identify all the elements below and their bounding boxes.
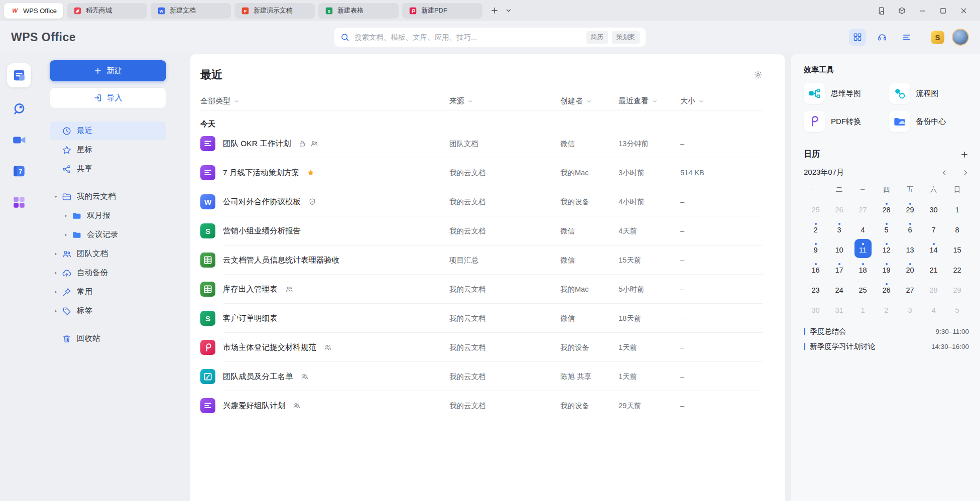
settings-gear-icon[interactable] xyxy=(754,70,763,79)
tab-item[interactable]: W新建文档 xyxy=(151,3,231,19)
calendar-day[interactable]: 2 xyxy=(804,218,827,238)
caret-down-icon[interactable] xyxy=(53,194,59,200)
new-document-button[interactable]: 新建 xyxy=(50,60,166,81)
file-row[interactable]: W公司对外合作协议模板我的云文档我的设备4小时前– xyxy=(200,187,763,216)
sidebar-tree-item[interactable]: 双月报 xyxy=(50,206,166,225)
calendar-day[interactable]: 29 xyxy=(945,279,969,299)
sidebar-item[interactable]: 最近 xyxy=(50,121,166,140)
calendar-day[interactable]: 6 xyxy=(898,218,922,238)
avatar[interactable] xyxy=(952,29,969,46)
tab-item[interactable]: 新建PDF xyxy=(402,3,482,19)
caret-right-icon[interactable] xyxy=(53,308,59,314)
new-tab-button[interactable] xyxy=(487,4,502,18)
calendar-day[interactable]: 28 xyxy=(922,279,945,299)
tool-mindmap[interactable]: 思维导图 xyxy=(804,83,884,104)
main-menu-button[interactable] xyxy=(898,29,915,46)
tab-item[interactable]: S新建表格 xyxy=(318,3,399,19)
calendar-day[interactable]: 31 xyxy=(827,299,851,319)
caret-right-icon[interactable] xyxy=(63,232,69,238)
file-row[interactable]: 云文档管人员信息统计表理器验收项目汇总微信15天前– xyxy=(200,245,763,275)
import-button[interactable]: 导入 xyxy=(50,87,166,108)
calendar-day[interactable]: 19 xyxy=(875,259,898,279)
filter-creator[interactable]: 创建者 xyxy=(560,96,619,106)
calendar-day[interactable]: 18 xyxy=(851,259,875,279)
calendar-day[interactable]: 13 xyxy=(898,238,922,259)
rail-item-docs[interactable] xyxy=(7,63,31,87)
rail-item-meeting[interactable] xyxy=(12,133,27,150)
calendar-day[interactable]: 3 xyxy=(827,218,851,238)
calendar-day[interactable]: 27 xyxy=(898,279,922,299)
maximize-button[interactable] xyxy=(939,7,947,15)
calendar-day[interactable]: 10 xyxy=(827,238,851,259)
calendar-day[interactable]: 8 xyxy=(945,218,969,238)
sidebar-tree-item[interactable]: 团队文档 xyxy=(50,244,166,263)
calendar-day[interactable]: 20 xyxy=(898,259,922,279)
calendar-day[interactable]: 30 xyxy=(922,198,945,218)
calendar-day[interactable]: 1 xyxy=(851,299,875,319)
sidebar-tree-item[interactable]: 自动备份 xyxy=(50,264,166,282)
add-event-button[interactable] xyxy=(960,150,969,159)
calendar-day[interactable]: 23 xyxy=(804,279,827,299)
calendar-day[interactable]: 15 xyxy=(945,238,969,259)
file-row[interactable]: 兴趣爱好组队计划我的云文档我的设备29天前– xyxy=(200,391,763,420)
event-item[interactable]: 新季度学习计划讨论14:30–16:00 xyxy=(804,339,969,354)
calendar-day[interactable]: 5 xyxy=(875,218,898,238)
caret-right-icon[interactable] xyxy=(53,289,59,295)
close-button[interactable] xyxy=(959,7,968,15)
calendar-day[interactable]: 30 xyxy=(804,299,827,319)
file-row[interactable]: 市场主体登记提交材料规范我的云文档我的设备1天前– xyxy=(200,333,763,362)
search-bar[interactable]: 简历策划案 xyxy=(334,28,646,47)
sidebar-tree-item[interactable]: 我的云文档 xyxy=(50,187,166,206)
calendar-day[interactable]: 4 xyxy=(851,218,875,238)
calendar-day[interactable]: 14 xyxy=(922,238,945,259)
calendar-day[interactable]: 29 xyxy=(898,198,922,218)
tool-flowchart[interactable]: 流程图 xyxy=(889,83,969,104)
calendar-day[interactable]: 3 xyxy=(898,299,922,319)
support-button[interactable] xyxy=(874,29,891,46)
calendar-day[interactable]: 26 xyxy=(827,198,851,218)
calendar-day[interactable]: 12 xyxy=(875,238,898,259)
tab-item[interactable]: 稻壳商城 xyxy=(67,3,147,19)
file-row[interactable]: 库存出入管理表我的云文档我的Mac5小时前– xyxy=(200,275,763,304)
tab-item[interactable]: WWPS Office xyxy=(4,3,63,19)
device-button[interactable] xyxy=(877,7,886,15)
sidebar-item[interactable]: 共享 xyxy=(50,160,166,178)
file-row[interactable]: 团队 OKR 工作计划团队文档微信13分钟前– xyxy=(200,129,763,158)
cube-button[interactable] xyxy=(898,7,906,15)
file-row[interactable]: 7 月线下活动策划方案我的云文档我的Mac3小时前514 KB xyxy=(200,158,763,187)
sidebar-item-trash[interactable]: 回收站 xyxy=(50,329,166,348)
caret-right-icon[interactable] xyxy=(53,251,59,257)
calendar-day[interactable]: 5 xyxy=(945,299,969,319)
calendar-day[interactable]: 22 xyxy=(945,259,969,279)
search-tag[interactable]: 策划案 xyxy=(612,31,640,44)
calendar-day[interactable]: 17 xyxy=(827,259,851,279)
calendar-day[interactable]: 11 xyxy=(851,238,875,259)
rail-item-calendar[interactable]: 7 xyxy=(12,164,27,181)
file-row[interactable]: S营销小组业绩分析报告我的云文档微信4天前– xyxy=(200,216,763,245)
calendar-day[interactable]: 21 xyxy=(922,259,945,279)
next-month-button[interactable] xyxy=(962,169,969,176)
calendar-day[interactable]: 24 xyxy=(827,279,851,299)
sidebar-tree-item[interactable]: 常用 xyxy=(50,283,166,301)
event-item[interactable]: 季度总结会9:30–11:00 xyxy=(804,324,969,339)
search-input[interactable] xyxy=(354,33,581,41)
calendar-day[interactable]: 28 xyxy=(875,198,898,218)
tab-list-dropdown[interactable] xyxy=(502,4,516,18)
tool-pdf-convert[interactable]: PDF转换 xyxy=(804,111,884,132)
rail-item-chat[interactable] xyxy=(12,101,27,118)
filter-viewed[interactable]: 最近查看 xyxy=(619,96,680,106)
file-row[interactable]: S客户订单明细表我的云文档微信18天前– xyxy=(200,304,763,333)
calendar-day[interactable]: 1 xyxy=(945,198,969,218)
caret-right-icon[interactable] xyxy=(63,213,69,219)
filter-size[interactable]: 大小 xyxy=(680,96,763,106)
search-tag[interactable]: 简历 xyxy=(586,31,608,44)
tool-backup[interactable]: 备份中心 xyxy=(889,111,969,132)
filter-type[interactable]: 全部类型 xyxy=(200,96,449,106)
apps-grid-button[interactable] xyxy=(849,29,866,46)
sidebar-item[interactable]: 星标 xyxy=(50,141,166,159)
file-row[interactable]: 团队成员及分工名单我的云文档陈旭 共享1天前– xyxy=(200,362,763,391)
rail-item-apps[interactable] xyxy=(12,195,27,212)
prev-month-button[interactable] xyxy=(941,169,948,176)
filter-source[interactable]: 来源 xyxy=(449,96,560,106)
minimize-button[interactable] xyxy=(918,7,927,15)
